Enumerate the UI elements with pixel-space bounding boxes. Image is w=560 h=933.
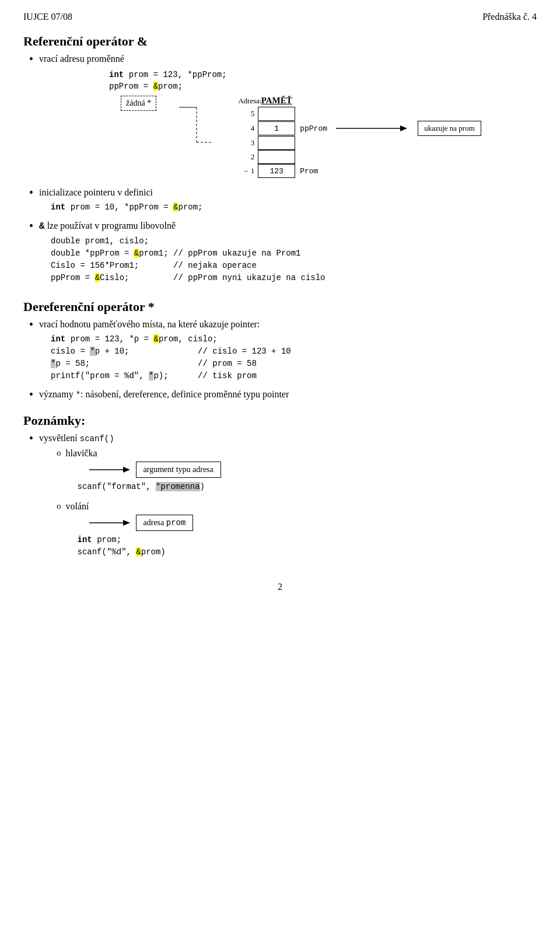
bullet1: • vrací adresu proměnné int prom = 123, … <box>29 54 537 184</box>
bullet1-text: vrací adresu proměnné <box>39 54 124 64</box>
bullet-dot-1: • <box>29 53 33 66</box>
header-left: IUJCE 07/08 <box>23 12 72 22</box>
header-right: Přednáška č. 4 <box>482 12 537 22</box>
section2-code1: int prom = 123, *p = &prom, cislo; cislo… <box>51 333 537 382</box>
svg-marker-4 <box>400 125 407 131</box>
svg-marker-6 <box>123 467 130 473</box>
bullet3-text: & lze používat v programu libovolně <box>39 221 176 230</box>
section3-bullet1-text: vysvětlení scanf() <box>39 433 114 443</box>
zadna-arrow <box>179 102 249 148</box>
volani-arrow <box>89 514 136 532</box>
hlavicka-code: scanf("format", *promenna) <box>78 481 221 493</box>
bullet-dot-2: • <box>29 186 33 200</box>
code3-block: double prom1, cislo; double *ppProm = &p… <box>51 235 537 284</box>
pamet-label: PAMĚŤ <box>258 96 295 106</box>
code2-block: int prom = 10, *ppProm = &prom; <box>51 201 537 214</box>
sub-bullet-hlavicka: o hlavička argument typu adresa s <box>57 448 537 497</box>
memory-diagram-section: int prom = 123, *ppProm; ppProm = &prom;… <box>74 70 537 178</box>
bullet2: • inicializace pointeru v definici int p… <box>29 187 537 217</box>
section2-bullets: • vrací hodnotu paměťového místa, na kte… <box>29 319 537 401</box>
bullet-dot-4: • <box>29 318 33 331</box>
hlavicka-label: hlavička <box>66 448 97 458</box>
bullet3: • & lze používat v programu libovolně do… <box>29 221 537 288</box>
section2-bullet2-text: významy *: násobení, dereference, defini… <box>39 389 289 399</box>
mem-row-3: 3 <box>238 136 481 150</box>
section2-bullet1: • vrací hodnotu paměťového místa, na kte… <box>29 319 537 386</box>
hlavicka-diagram: argument typu adresa <box>89 461 221 478</box>
section1-title: Referenční operátor & <box>23 34 537 49</box>
code1a-int: int prom = 123, *ppProm; <box>109 70 227 79</box>
bullet-dot-6: • <box>29 432 33 445</box>
volani-label: volání <box>66 501 89 511</box>
mem-row-1: → 1 123 Prom <box>238 164 481 178</box>
pprom-arrow <box>336 121 412 135</box>
section2-bullet2: • významy *: násobení, dereference, defi… <box>29 389 537 401</box>
volani-code: int prom; scanf("%d", &prom) <box>78 534 194 558</box>
code1b: ppProm = &prom; <box>109 82 183 91</box>
mem-row-2: 2 <box>238 150 481 164</box>
page-header: IUJCE 07/08 Přednáška č. 4 <box>23 12 537 22</box>
bullet2-text: inicializace pointeru v definici <box>39 187 153 197</box>
mem-row-5: 5 <box>238 107 481 121</box>
svg-marker-8 <box>123 520 130 526</box>
section3-bullet1: • vysvětlení scanf() o hlavička <box>29 433 537 564</box>
hlavicka-arrow <box>89 461 136 478</box>
section2-bullet1-text: vrací hodnotu paměťového místa, na které… <box>39 319 260 329</box>
mem-row-4: 4 1 ppProm ukazuje na prom <box>238 121 481 136</box>
section3-bullets: • vysvětlení scanf() o hlavička <box>29 433 537 564</box>
zadna-box: žádná * <box>121 96 156 111</box>
sub-bullet-volani: o volání adresa prom int prom; scanf("%d… <box>57 501 537 562</box>
bullet-dot-3: • <box>29 219 33 233</box>
volani-diagram: adresa prom <box>89 514 194 532</box>
section1-bullets: • vrací adresu proměnné int prom = 123, … <box>29 54 537 288</box>
bullet-dot-5: • <box>29 388 33 401</box>
argument-box: argument typu adresa <box>136 462 221 478</box>
memory-table: Adresa: PAMĚŤ 5 4 1 <box>238 96 481 178</box>
section2-title: Dereferenční operátor * <box>23 299 537 315</box>
adresa-box: adresa prom <box>136 515 194 531</box>
section3-title: Poznámky: <box>23 413 537 428</box>
ukazuje-box: ukazuje na prom <box>418 121 481 136</box>
page-number: 2 <box>23 582 537 592</box>
scanf-func: scanf() <box>80 434 114 443</box>
